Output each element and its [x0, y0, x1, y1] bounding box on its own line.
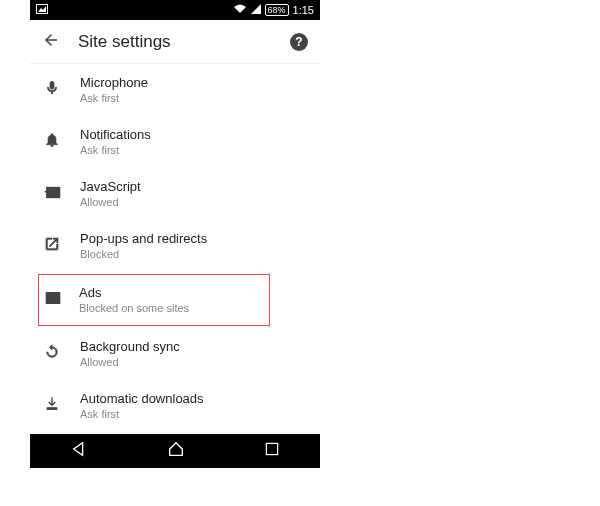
battery-indicator: 68%	[265, 4, 289, 16]
settings-list: Microphone Ask first Notifications Ask f…	[30, 64, 320, 434]
setting-title: Automatic downloads	[80, 391, 308, 407]
device-frame: 68% 1:15 Site settings ? Microphone Ask …	[30, 0, 320, 468]
setting-title: Notifications	[80, 127, 308, 143]
open-in-new-icon	[44, 236, 60, 256]
help-icon[interactable]: ?	[290, 33, 308, 51]
sync-icon	[44, 344, 60, 364]
nav-recent-icon[interactable]	[264, 441, 280, 461]
download-icon	[44, 396, 60, 416]
setting-microphone[interactable]: Microphone Ask first	[30, 64, 320, 116]
navigation-bar	[30, 434, 320, 468]
setting-title: Background sync	[80, 339, 308, 355]
microphone-icon	[44, 80, 60, 100]
setting-sub: Allowed	[80, 195, 308, 209]
setting-sub: Blocked	[80, 247, 308, 261]
setting-ads[interactable]: Ads Blocked on some sites	[38, 274, 270, 326]
setting-sub: Ask first	[80, 91, 308, 105]
javascript-icon	[44, 185, 61, 204]
setting-sub: Blocked on some sites	[79, 301, 263, 315]
setting-title: Pop-ups and redirects	[80, 231, 308, 247]
setting-background-sync[interactable]: Background sync Allowed	[30, 328, 320, 380]
setting-sub: Ask first	[80, 407, 308, 421]
setting-title: Ads	[79, 285, 263, 301]
ads-icon	[45, 291, 61, 309]
signal-icon	[251, 4, 261, 16]
status-bar: 68% 1:15	[30, 0, 320, 20]
svg-marker-3	[251, 4, 261, 14]
app-bar: Site settings ?	[30, 20, 320, 64]
setting-title: Microphone	[80, 75, 308, 91]
setting-notifications[interactable]: Notifications Ask first	[30, 116, 320, 168]
nav-home-icon[interactable]	[167, 440, 185, 462]
setting-popups[interactable]: Pop-ups and redirects Blocked	[30, 220, 320, 272]
page-title: Site settings	[60, 32, 290, 52]
wifi-icon	[233, 4, 247, 16]
svg-marker-13	[73, 443, 82, 456]
svg-rect-7	[47, 408, 56, 409]
nav-back-icon[interactable]	[70, 440, 88, 462]
clock: 1:15	[293, 4, 314, 16]
svg-rect-14	[267, 443, 278, 454]
setting-automatic-downloads[interactable]: Automatic downloads Ask first	[30, 380, 320, 432]
back-icon[interactable]	[42, 31, 60, 53]
setting-sub: Allowed	[80, 355, 308, 369]
setting-sub: Ask first	[80, 143, 308, 157]
setting-javascript[interactable]: JavaScript Allowed	[30, 168, 320, 220]
bell-icon	[44, 132, 60, 152]
svg-rect-5	[46, 293, 59, 304]
setting-title: JavaScript	[80, 179, 308, 195]
image-icon	[36, 4, 48, 16]
